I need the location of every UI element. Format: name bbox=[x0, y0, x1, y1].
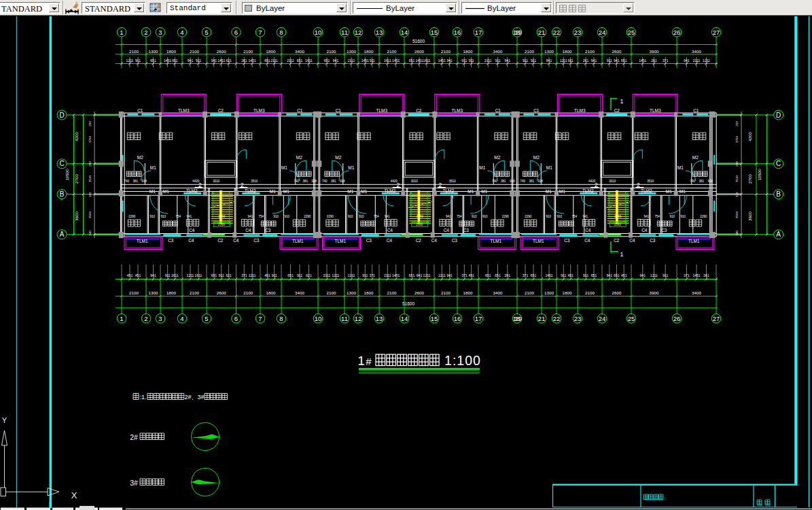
svg-text:M1: M1 bbox=[361, 189, 367, 194]
svg-text:2100: 2100 bbox=[243, 290, 253, 295]
svg-text:1800: 1800 bbox=[166, 49, 176, 54]
svg-text:651: 651 bbox=[324, 58, 330, 63]
svg-text:2100: 2100 bbox=[387, 49, 397, 54]
svg-text:16: 16 bbox=[454, 29, 461, 36]
svg-text:26: 26 bbox=[673, 315, 681, 322]
svg-text:15: 15 bbox=[431, 315, 438, 322]
svg-text:910: 910 bbox=[557, 215, 562, 218]
svg-text:250: 250 bbox=[88, 121, 92, 126]
svg-text:1800: 1800 bbox=[266, 49, 276, 54]
svg-text:M1: M1 bbox=[163, 189, 169, 194]
svg-text:6: 6 bbox=[234, 29, 238, 36]
svg-text:C3: C3 bbox=[661, 228, 667, 233]
svg-text:911: 911 bbox=[461, 58, 467, 63]
svg-text:C2: C2 bbox=[416, 108, 422, 113]
svg-text:1211: 1211 bbox=[249, 273, 256, 277]
svg-text:911: 911 bbox=[561, 273, 566, 277]
svg-text::1.: :1. bbox=[139, 394, 146, 401]
svg-text:1800: 1800 bbox=[463, 49, 473, 54]
svg-text:740: 740 bbox=[322, 180, 328, 183]
svg-text:A: A bbox=[60, 231, 65, 238]
svg-text:2111: 2111 bbox=[384, 273, 391, 277]
svg-text:25: 25 bbox=[628, 315, 635, 322]
svg-text:17: 17 bbox=[475, 315, 482, 322]
svg-text:1: 1 bbox=[620, 251, 623, 258]
svg-text:2600: 2600 bbox=[217, 290, 226, 295]
svg-text:451: 451 bbox=[127, 273, 133, 277]
svg-text:754: 754 bbox=[571, 215, 577, 218]
svg-text:8: 8 bbox=[279, 315, 283, 322]
svg-text:C4: C4 bbox=[641, 228, 648, 233]
svg-text:1451: 1451 bbox=[392, 273, 400, 277]
svg-text:1300: 1300 bbox=[347, 290, 356, 295]
svg-text:941: 941 bbox=[150, 273, 156, 277]
svg-text:140: 140 bbox=[735, 231, 739, 236]
svg-text:C: C bbox=[776, 160, 781, 167]
svg-text:1800: 1800 bbox=[563, 290, 572, 295]
svg-text:1611: 1611 bbox=[384, 58, 391, 63]
svg-text:22: 22 bbox=[553, 29, 561, 36]
svg-text:381: 381 bbox=[133, 180, 138, 183]
svg-text:1611: 1611 bbox=[423, 58, 431, 63]
svg-text:651: 651 bbox=[531, 273, 537, 277]
svg-text:23: 23 bbox=[574, 315, 582, 322]
svg-text:1800: 1800 bbox=[266, 290, 276, 295]
svg-text:C4: C4 bbox=[245, 228, 251, 233]
svg-text:1: 1 bbox=[120, 29, 123, 36]
svg-text:M1: M1 bbox=[546, 165, 552, 170]
svg-text:740: 740 bbox=[690, 180, 695, 183]
svg-text:24: 24 bbox=[599, 315, 606, 322]
svg-text:941: 941 bbox=[643, 215, 649, 218]
svg-text:2600: 2600 bbox=[217, 49, 226, 54]
svg-text:2: 2 bbox=[144, 29, 147, 36]
svg-text:TLM2: TLM2 bbox=[384, 188, 395, 193]
svg-text:1611: 1611 bbox=[305, 58, 313, 63]
svg-text:C4: C4 bbox=[585, 228, 591, 233]
svg-text:911: 911 bbox=[495, 58, 501, 63]
svg-text:2700: 2700 bbox=[747, 174, 752, 184]
svg-text:381: 381 bbox=[501, 180, 506, 183]
svg-text:941: 941 bbox=[247, 215, 253, 218]
svg-text:1451: 1451 bbox=[392, 58, 400, 63]
svg-text:10: 10 bbox=[315, 315, 322, 322]
svg-text:911: 911 bbox=[663, 273, 668, 277]
svg-text:2100: 2100 bbox=[585, 49, 595, 54]
svg-text:2290: 2290 bbox=[327, 215, 334, 218]
svg-text:941: 941 bbox=[186, 215, 192, 218]
svg-text:110: 110 bbox=[88, 192, 92, 197]
svg-text:1451: 1451 bbox=[438, 58, 446, 63]
svg-text:C4: C4 bbox=[584, 238, 590, 243]
svg-text:C4: C4 bbox=[431, 238, 438, 243]
svg-text:2560: 2560 bbox=[218, 223, 226, 226]
svg-text:2#: 2# bbox=[130, 433, 138, 441]
svg-text:C4: C4 bbox=[444, 228, 450, 233]
svg-text:M2: M2 bbox=[692, 155, 699, 160]
svg-text:941: 941 bbox=[417, 273, 423, 277]
svg-text:3900: 3900 bbox=[650, 290, 659, 295]
svg-text:4: 4 bbox=[180, 315, 183, 322]
svg-text:C4: C4 bbox=[387, 228, 393, 233]
svg-text:1: 1 bbox=[120, 315, 123, 322]
svg-text:918: 918 bbox=[537, 180, 543, 183]
svg-text:1211: 1211 bbox=[423, 273, 431, 277]
svg-text:911: 911 bbox=[196, 58, 201, 63]
svg-text:TLM2: TLM2 bbox=[641, 188, 652, 193]
svg-text:3510: 3510 bbox=[735, 175, 739, 182]
svg-text:M2: M2 bbox=[137, 155, 143, 160]
svg-text:16: 16 bbox=[454, 315, 461, 322]
svg-text:8: 8 bbox=[279, 29, 283, 36]
svg-text:51600: 51600 bbox=[412, 39, 425, 44]
svg-text:651: 651 bbox=[150, 58, 156, 63]
svg-text:#: # bbox=[366, 356, 372, 367]
svg-text:C2: C2 bbox=[614, 238, 620, 243]
svg-text:Y: Y bbox=[2, 416, 7, 424]
svg-text:3400: 3400 bbox=[295, 290, 304, 295]
svg-text:911: 911 bbox=[607, 58, 612, 63]
svg-text:1300: 1300 bbox=[347, 49, 356, 54]
svg-text:C1: C1 bbox=[495, 108, 501, 113]
svg-text:1211: 1211 bbox=[650, 273, 658, 277]
svg-text:M1: M1 bbox=[281, 165, 287, 170]
svg-text:621: 621 bbox=[226, 273, 232, 277]
svg-text:910: 910 bbox=[482, 215, 488, 218]
svg-text:3510: 3510 bbox=[251, 180, 258, 183]
